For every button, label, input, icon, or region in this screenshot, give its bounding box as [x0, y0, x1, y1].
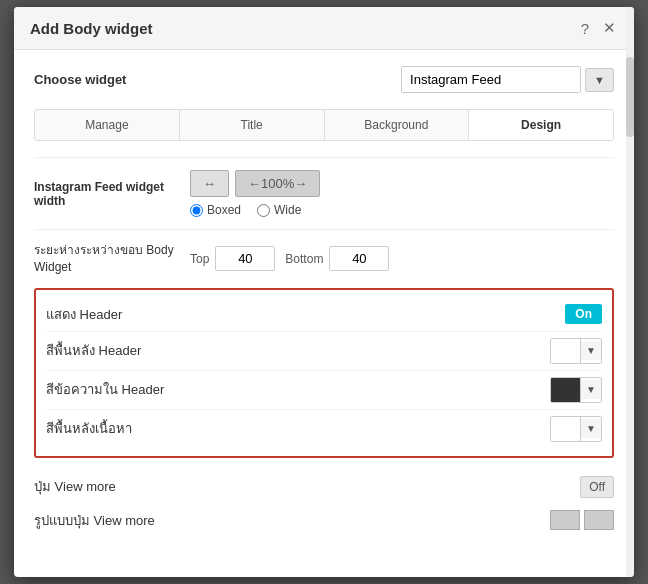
header-text-color-picker[interactable]: ▼: [550, 377, 602, 403]
header-bg-swatch: [551, 339, 581, 363]
bottom-field-wrap: Bottom: [285, 246, 389, 271]
content-bg-swatch: [551, 417, 581, 441]
header-bg-color-picker[interactable]: ▼: [550, 338, 602, 364]
tab-design[interactable]: Design: [469, 110, 613, 140]
widget-width-label: Instagram Feed widget width: [34, 180, 174, 208]
bottom-label: Bottom: [285, 252, 323, 266]
close-button[interactable]: ✕: [601, 17, 618, 39]
header-text-arrow-icon: ▼: [581, 380, 601, 399]
choose-widget-label: Choose widget: [34, 72, 126, 87]
tab-title[interactable]: Title: [180, 110, 325, 140]
view-more-template-preview: [550, 510, 614, 530]
spacing-label: ระยะห่างระหว่างขอบ Body Widget: [34, 242, 174, 276]
content-bg-arrow-icon: ▼: [581, 419, 601, 438]
tab-background[interactable]: Background: [325, 110, 470, 140]
dialog-header: Add Body widget ? ✕: [14, 7, 634, 50]
wide-radio[interactable]: [257, 204, 270, 217]
header-text-label: สีข้อความใน Header: [46, 379, 164, 400]
scrollbar-track: [626, 7, 634, 577]
view-more-toggle[interactable]: Off: [580, 476, 614, 498]
choose-widget-row: Choose widget Instagram Feed ▼: [34, 66, 614, 93]
widget-select-wrap: Instagram Feed ▼: [401, 66, 614, 93]
header-bg-arrow-icon: ▼: [581, 341, 601, 360]
select-arrow-icon: ▼: [585, 68, 614, 92]
widget-width-row: Instagram Feed widget width ↔ ←100%→ Box…: [34, 170, 614, 217]
header-toggle-row: แสดง Header On: [46, 298, 602, 332]
spacing-divider: [34, 229, 614, 230]
view-more-template-row: รูปแบบปุ่ม View more: [34, 504, 614, 537]
highlighted-section: แสดง Header On สีพื้นหลัง Header ▼ สีข้อ…: [34, 288, 614, 458]
view-more-label: ปุ่ม View more: [34, 476, 116, 497]
tabs-row: Manage Title Background Design: [34, 109, 614, 141]
widget-select[interactable]: Instagram Feed: [401, 66, 581, 93]
boxed-radio-label[interactable]: Boxed: [190, 203, 241, 217]
header-toggle-button[interactable]: On: [565, 304, 602, 324]
top-field-wrap: Top: [190, 246, 275, 271]
view-more-template-label: รูปแบบปุ่ม View more: [34, 510, 155, 531]
width-options: ↔ ←100%→ Boxed Wide: [190, 170, 320, 217]
header-icons: ? ✕: [579, 17, 618, 39]
content-bg-label: สีพื้นหลังเนื้อหา: [46, 418, 132, 439]
width-buttons: ↔ ←100%→: [190, 170, 320, 197]
tab-manage[interactable]: Manage: [35, 110, 180, 140]
content-bg-row: สีพื้นหลังเนื้อหา ▼: [46, 410, 602, 448]
scrollbar-thumb[interactable]: [626, 57, 634, 137]
wide-radio-label[interactable]: Wide: [257, 203, 301, 217]
section-divider: [34, 157, 614, 158]
header-toggle-label: แสดง Header: [46, 304, 122, 325]
header-text-swatch: [551, 378, 581, 402]
header-text-row: สีข้อความใน Header ▼: [46, 371, 602, 410]
boxed-radio-text: Boxed: [207, 203, 241, 217]
wide-width-button[interactable]: ←100%→: [235, 170, 320, 197]
wide-radio-text: Wide: [274, 203, 301, 217]
template-preview-box-1: [550, 510, 580, 530]
template-preview-box-2: [584, 510, 614, 530]
bottom-input[interactable]: [329, 246, 389, 271]
view-more-row: ปุ่ม View more Off: [34, 470, 614, 504]
content-bg-color-picker[interactable]: ▼: [550, 416, 602, 442]
top-input[interactable]: [215, 246, 275, 271]
header-bg-label: สีพื้นหลัง Header: [46, 340, 141, 361]
spacing-fields: Top Bottom: [190, 246, 389, 271]
add-body-widget-dialog: Add Body widget ? ✕ Choose widget Instag…: [14, 7, 634, 577]
dialog-title: Add Body widget: [30, 20, 153, 37]
radio-row: Boxed Wide: [190, 203, 320, 217]
spacing-row: ระยะห่างระหว่างขอบ Body Widget Top Botto…: [34, 242, 614, 276]
header-bg-row: สีพื้นหลัง Header ▼: [46, 332, 602, 371]
top-label: Top: [190, 252, 209, 266]
dialog-body: Choose widget Instagram Feed ▼ Manage Ti…: [14, 50, 634, 577]
boxed-width-button[interactable]: ↔: [190, 170, 229, 197]
help-button[interactable]: ?: [579, 17, 591, 39]
boxed-radio[interactable]: [190, 204, 203, 217]
